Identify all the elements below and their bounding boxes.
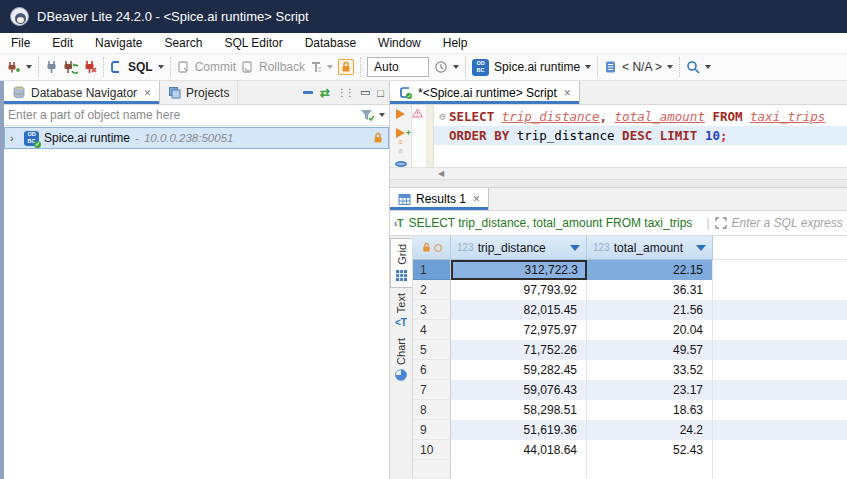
grid-corner-cell[interactable] <box>413 236 451 260</box>
row-number[interactable]: 7 <box>413 380 451 400</box>
execute-new-tab-icon[interactable]: + <box>396 124 405 135</box>
tab-results-1[interactable]: Results 1 × <box>390 188 489 210</box>
connection-dropdown[interactable] <box>585 65 591 69</box>
cell-trip-distance[interactable]: 58,298.51 <box>451 400 587 420</box>
table-row[interactable]: 9 51,619.36 24.2 <box>413 420 847 440</box>
row-number[interactable]: 2 <box>413 280 451 300</box>
link-with-editor-icon[interactable]: ⇄ <box>320 86 330 100</box>
cell-total-amount[interactable]: 49.57 <box>587 340 713 360</box>
close-icon[interactable]: × <box>473 192 480 206</box>
explain-plan-icon[interactable] <box>394 149 407 153</box>
new-connection-dropdown[interactable] <box>26 65 32 69</box>
cell-total-amount[interactable]: 33.52 <box>587 360 713 380</box>
row-number[interactable]: 1 <box>413 260 451 280</box>
cell-total-amount[interactable]: 52.43 <box>587 440 713 460</box>
table-row[interactable]: 7 59,076.43 23.17 <box>413 380 847 400</box>
code-line-1[interactable]: ⊖SELECT trip_distance, total_amount FROM… <box>434 107 847 126</box>
database-dropdown[interactable] <box>667 65 673 69</box>
cell-trip-distance[interactable]: 312,722.3 <box>451 260 587 280</box>
tab-database-navigator[interactable]: Database Navigator × <box>4 81 160 104</box>
row-number[interactable]: 9 <box>413 420 451 440</box>
maximize-panel-icon[interactable]: □ <box>377 87 384 99</box>
tab-projects[interactable]: Projects <box>160 81 238 104</box>
table-row[interactable]: 2 97,793.92 36.31 <box>413 280 847 300</box>
connection-tree-item[interactable]: › OD BC ✓ Spice.ai runtime - 10.0.0.238:… <box>4 127 389 149</box>
execute-statement-icon[interactable] <box>396 109 405 119</box>
cell-trip-distance[interactable]: 51,619.36 <box>451 420 587 440</box>
tab-sql-script[interactable]: *<Spice.ai runtime> Script × <box>390 81 580 104</box>
menu-edit[interactable]: Edit <box>41 34 84 52</box>
cell-total-amount[interactable]: 24.2 <box>587 420 713 440</box>
expander-icon[interactable]: › <box>10 132 19 144</box>
row-number[interactable]: 3 <box>413 300 451 320</box>
menu-file[interactable]: File <box>0 34 41 52</box>
minimize-view-icon[interactable] <box>303 91 313 94</box>
search-icon[interactable] <box>686 60 700 74</box>
connect-icon[interactable] <box>45 60 58 74</box>
transaction-log-dropdown[interactable] <box>453 65 459 69</box>
transaction-log-icon[interactable] <box>434 60 448 74</box>
row-number[interactable]: 4 <box>413 320 451 340</box>
table-row[interactable]: 6 59,282.45 33.52 <box>413 360 847 380</box>
sql-column-link[interactable]: trip_distance <box>502 107 600 126</box>
editor-results-splitter[interactable] <box>390 179 847 188</box>
row-number[interactable]: 8 <box>413 400 451 420</box>
search-dropdown[interactable] <box>705 65 711 69</box>
warning-icon[interactable] <box>412 108 423 118</box>
row-number[interactable]: 10 <box>413 440 451 460</box>
cell-trip-distance[interactable]: 97,793.92 <box>451 280 587 300</box>
active-connection-selector[interactable]: Spice.ai runtime <box>494 60 580 74</box>
menu-search[interactable]: Search <box>153 34 213 52</box>
table-row[interactable]: 5 71,752.26 49.57 <box>413 340 847 360</box>
commit-mode-combo[interactable]: Auto <box>367 57 429 77</box>
filter-dropdown[interactable] <box>379 113 385 117</box>
close-icon[interactable]: × <box>564 86 571 100</box>
sql-editor-icon[interactable] <box>110 60 123 74</box>
sort-desc-icon[interactable] <box>696 245 706 251</box>
menu-database[interactable]: Database <box>294 34 367 52</box>
cell-total-amount[interactable]: 22.15 <box>587 260 713 280</box>
filter-funnel-icon[interactable] <box>360 109 375 122</box>
cell-total-amount[interactable]: 21.56 <box>587 300 713 320</box>
disconnect-icon[interactable] <box>83 60 97 74</box>
menu-sql-editor[interactable]: SQL Editor <box>213 34 293 52</box>
cell-total-amount[interactable]: 23.17 <box>587 380 713 400</box>
view-tab-grid[interactable]: Grid <box>390 238 412 288</box>
menu-window[interactable]: Window <box>367 34 432 52</box>
menu-help[interactable]: Help <box>432 34 479 52</box>
scroll-left-arrow-icon[interactable]: ◀ <box>438 169 444 178</box>
active-database-selector[interactable]: < N/A > <box>622 60 662 74</box>
expression-filter-placeholder[interactable]: Enter a SQL expression to <box>732 216 843 230</box>
sql-column-link[interactable]: total_amount <box>615 107 705 126</box>
column-header-trip-distance[interactable]: 123 trip_distance <box>451 236 587 260</box>
expand-filter-icon[interactable] <box>715 217 727 229</box>
column-header-total-amount[interactable]: 123 total_amount <box>587 236 713 260</box>
table-row[interactable]: 3 82,015.45 21.56 <box>413 300 847 320</box>
row-number[interactable]: 5 <box>413 340 451 360</box>
cell-total-amount[interactable]: 36.31 <box>587 280 713 300</box>
execute-script-icon[interactable] <box>394 140 407 144</box>
cell-total-amount[interactable]: 18.63 <box>587 400 713 420</box>
cell-trip-distance[interactable]: 72,975.97 <box>451 320 587 340</box>
cell-trip-distance[interactable]: 59,076.43 <box>451 380 587 400</box>
fold-marker-icon[interactable]: ⊖ <box>436 107 449 126</box>
transaction-dropdown[interactable] <box>327 65 333 69</box>
cell-trip-distance[interactable]: 71,752.26 <box>451 340 587 360</box>
sql-button-label[interactable]: SQL <box>128 60 153 74</box>
autocommit-lock-box[interactable] <box>338 59 354 75</box>
table-row[interactable]: 4 72,975.97 20.04 <box>413 320 847 340</box>
table-row[interactable]: 10 44,018.64 52.43 <box>413 440 847 460</box>
cell-trip-distance[interactable]: 82,015.45 <box>451 300 587 320</box>
code-line-2[interactable]: ORDER BY trip_distance DESC LIMIT 10; <box>434 126 847 145</box>
database-select-icon[interactable] <box>604 60 617 74</box>
view-tab-text[interactable]: Text <T <box>390 288 412 333</box>
menu-navigate[interactable]: Navigate <box>84 34 153 52</box>
sort-desc-icon[interactable] <box>570 245 580 251</box>
table-row[interactable]: 8 58,298.51 18.63 <box>413 400 847 420</box>
row-number[interactable]: 6 <box>413 360 451 380</box>
sql-dropdown[interactable] <box>158 65 164 69</box>
minimize-panel-icon[interactable]: ▭ <box>360 86 370 99</box>
sql-table-link[interactable]: taxi_trips <box>750 107 825 126</box>
object-filter-input[interactable] <box>8 108 356 122</box>
view-tab-chart[interactable]: Chart <box>390 333 412 386</box>
